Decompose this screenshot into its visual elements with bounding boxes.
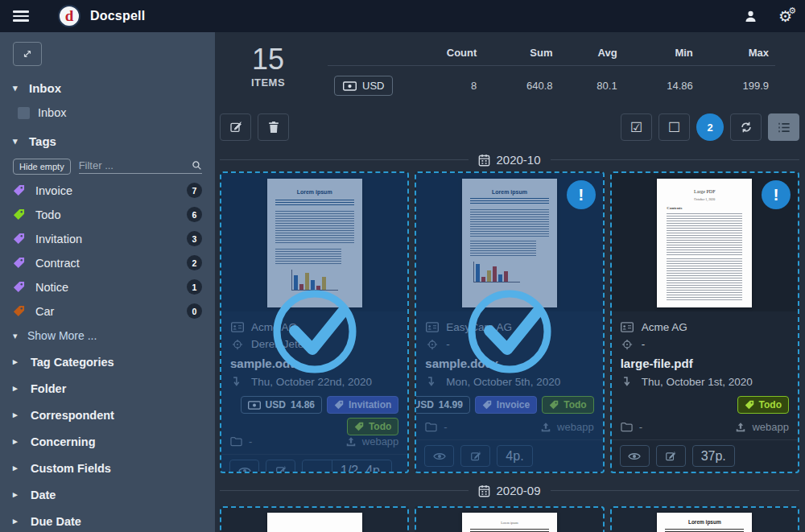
list-icon bbox=[778, 122, 791, 134]
expand-sidebar-button[interactable] bbox=[13, 42, 42, 66]
document-preview: Lorem ipsum bbox=[462, 513, 557, 532]
trash-icon bbox=[268, 121, 279, 134]
tag-badge-todo[interactable]: Todo bbox=[737, 396, 789, 414]
sidebar-item-due-date[interactable]: ▸Due Date bbox=[13, 508, 202, 532]
preview-title: Lorem ipsum bbox=[462, 521, 557, 525]
crosshairs-icon bbox=[621, 339, 634, 350]
tag-icon bbox=[13, 257, 25, 269]
selection-toolbar: ☑ ☐ 2 bbox=[220, 113, 799, 141]
stats-value-max: 199.9 bbox=[700, 66, 775, 101]
preview-eye-button[interactable] bbox=[620, 445, 650, 467]
date-group-divider: 2020-10 bbox=[220, 153, 799, 167]
selected-count-badge: 2 bbox=[696, 113, 724, 141]
show-more-link[interactable]: ▾ Show More ... bbox=[13, 329, 202, 342]
arrow-turn-down-icon bbox=[621, 376, 634, 388]
sidebar-item-correspondent[interactable]: ▸Correspondent bbox=[13, 402, 202, 428]
edit-item-button[interactable] bbox=[656, 445, 686, 467]
upload-icon bbox=[735, 422, 746, 433]
menu-icon[interactable] bbox=[13, 10, 29, 22]
sidebar-item-tag-categories[interactable]: ▸Tag Categories bbox=[13, 348, 202, 375]
sidebar: ▾ Inbox Inbox ▾ Tags Hide empty bbox=[0, 32, 215, 532]
sidebar-item-folder[interactable]: ▸Folder bbox=[13, 375, 202, 402]
tag-item-notice[interactable]: Notice 1 bbox=[13, 278, 202, 295]
chevron-right-icon: ▸ bbox=[13, 436, 21, 447]
item-card-partial[interactable]: Lorem ipsum bbox=[610, 506, 799, 532]
tag-filter-field[interactable] bbox=[79, 159, 202, 174]
view-mode-list-button[interactable] bbox=[768, 113, 799, 141]
currency-badge[interactable]: USD bbox=[334, 76, 393, 96]
tag-item-car[interactable]: Car 0 bbox=[13, 303, 202, 320]
main-content: 15 ITEMS Count Sum Avg Min Max bbox=[215, 32, 805, 532]
tag-item-invitation[interactable]: Invitation 3 bbox=[13, 230, 202, 247]
delete-selected-button[interactable] bbox=[258, 113, 289, 141]
settings-gears-icon[interactable]: ⚙⚙ bbox=[778, 9, 792, 24]
item-card-sample-docx[interactable]: Lorem ipsum ! EasyCar bbox=[415, 171, 604, 473]
stats-table: Count Sum Avg Min Max USD bbox=[328, 42, 799, 101]
sidebar-item-date[interactable]: ▸Date bbox=[13, 481, 202, 508]
item-cards-row: Lorem ipsum Acme AG bbox=[220, 171, 799, 473]
item-card-partial[interactable]: Lorem ipsum bbox=[415, 506, 604, 532]
user-icon[interactable] bbox=[744, 10, 758, 23]
tag-icon bbox=[13, 305, 25, 317]
selected-check-icon bbox=[270, 287, 359, 376]
chevron-right-icon: ▸ bbox=[13, 489, 21, 500]
tag-filter-input[interactable] bbox=[79, 159, 192, 171]
toolbar-right-group: ☑ ☐ 2 bbox=[614, 113, 799, 141]
invert-selection-button[interactable] bbox=[730, 113, 762, 141]
topbar: d Docspell ⚙⚙ bbox=[0, 0, 805, 32]
preview-contents-label: Contents bbox=[667, 206, 742, 210]
docspell-logo: d bbox=[58, 5, 80, 27]
checked-box-icon: ☑ bbox=[630, 121, 642, 134]
preview-date: October 1, 2020 bbox=[657, 197, 752, 201]
chevron-right-icon: ▸ bbox=[13, 516, 21, 526]
chevron-down-icon: ▾ bbox=[13, 331, 21, 341]
tag-icon bbox=[745, 400, 754, 410]
selected-overlay bbox=[221, 173, 407, 472]
concerning-row: - bbox=[621, 336, 789, 353]
money-bill-icon bbox=[343, 81, 357, 91]
chevron-down-icon: ▾ bbox=[13, 83, 21, 93]
edit-icon bbox=[665, 451, 676, 462]
inbox-checkbox[interactable] bbox=[18, 107, 30, 119]
sidebar-section-inbox[interactable]: ▾ Inbox bbox=[13, 81, 202, 95]
attention-badge: ! bbox=[762, 180, 791, 209]
correspondent-row: Acme AG bbox=[621, 319, 789, 336]
docspell-app: d Docspell ⚙⚙ ▾ Inbox Inbox bbox=[0, 0, 805, 532]
item-card-partial[interactable]: Keywords in PDF bbox=[220, 506, 409, 532]
sidebar-section-tags[interactable]: ▾ Tags bbox=[13, 134, 202, 148]
page-count-badge: 37p. bbox=[692, 445, 735, 467]
tag-count-badge: 1 bbox=[187, 279, 202, 295]
empty-box-icon: ☐ bbox=[668, 121, 680, 134]
app-title: Docspell bbox=[90, 9, 145, 23]
selected-check-icon bbox=[465, 287, 554, 376]
tag-item-todo[interactable]: Todo 6 bbox=[13, 206, 202, 223]
sidebar-item-custom-fields[interactable]: ▸Custom Fields bbox=[13, 455, 202, 481]
tag-item-contract[interactable]: Contract 2 bbox=[13, 254, 202, 271]
folder-value: - bbox=[639, 421, 642, 433]
stats-value-sum: 640.8 bbox=[483, 66, 559, 101]
item-card-large-file-pdf[interactable]: Large PDF October 1, 2020 Contents ! Acm… bbox=[610, 171, 799, 473]
select-none-button[interactable]: ☐ bbox=[658, 113, 690, 141]
date-group-label: 2020-09 bbox=[478, 484, 540, 497]
hide-empty-button[interactable]: Hide empty bbox=[13, 159, 71, 175]
stats-summary: 15 ITEMS Count Sum Avg Min Max bbox=[220, 42, 799, 101]
sidebar-item-concerning[interactable]: ▸Concerning bbox=[13, 428, 202, 455]
tag-item-invoice[interactable]: Invoice 7 bbox=[13, 182, 202, 199]
tag-count-badge: 0 bbox=[187, 303, 202, 319]
edit-selected-button[interactable] bbox=[220, 113, 251, 141]
calendar-icon bbox=[478, 485, 490, 497]
sync-icon bbox=[740, 121, 753, 134]
stats-value-count: 8 bbox=[399, 66, 483, 101]
stats-col-avg: Avg bbox=[559, 42, 624, 66]
stats-col-min: Min bbox=[624, 42, 700, 66]
tag-icon bbox=[13, 281, 25, 293]
stats-col-count: Count bbox=[399, 42, 483, 66]
select-all-button[interactable]: ☑ bbox=[621, 113, 652, 141]
item-cards-row-partial: Keywords in PDF Lorem ipsum Lorem ipsum bbox=[220, 506, 799, 532]
item-title: large-file.pdf bbox=[621, 357, 789, 370]
calendar-icon bbox=[478, 154, 490, 167]
tag-icon bbox=[13, 184, 25, 196]
source-value: webapp bbox=[752, 421, 789, 433]
inbox-filter-item[interactable]: Inbox bbox=[18, 106, 202, 119]
item-card-sample-odt[interactable]: Lorem ipsum Acme AG bbox=[220, 171, 409, 473]
